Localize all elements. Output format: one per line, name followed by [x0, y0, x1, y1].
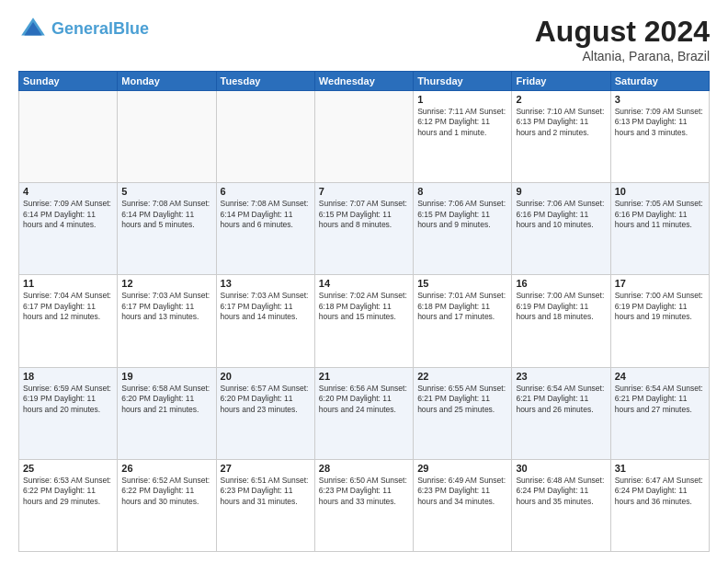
day-number: 21	[319, 371, 409, 382]
calendar-cell: 16Sunrise: 7:00 AM Sunset: 6:19 PM Dayli…	[512, 275, 610, 367]
calendar-cell: 15Sunrise: 7:01 AM Sunset: 6:18 PM Dayli…	[414, 275, 512, 367]
calendar-week-2: 4Sunrise: 7:09 AM Sunset: 6:14 PM Daylig…	[19, 183, 710, 275]
day-info: Sunrise: 6:59 AM Sunset: 6:19 PM Dayligh…	[23, 384, 113, 415]
logo-general: General	[51, 19, 113, 38]
calendar-cell: 3Sunrise: 7:09 AM Sunset: 6:13 PM Daylig…	[610, 91, 709, 183]
day-number: 25	[23, 463, 113, 474]
calendar-cell: 18Sunrise: 6:59 AM Sunset: 6:19 PM Dayli…	[19, 367, 118, 459]
day-number: 31	[615, 463, 705, 474]
day-number: 22	[417, 371, 507, 382]
calendar-cell: 20Sunrise: 6:57 AM Sunset: 6:20 PM Dayli…	[216, 367, 314, 459]
day-number: 3	[615, 94, 705, 105]
day-info: Sunrise: 6:54 AM Sunset: 6:21 PM Dayligh…	[615, 384, 705, 415]
calendar-cell: 17Sunrise: 7:00 AM Sunset: 6:19 PM Dayli…	[610, 275, 709, 367]
header: GeneralBlue August 2024 Altania, Parana,…	[18, 15, 710, 63]
calendar-cell: 25Sunrise: 6:53 AM Sunset: 6:22 PM Dayli…	[19, 459, 118, 551]
day-number: 4	[23, 186, 113, 197]
calendar-cell: 2Sunrise: 7:10 AM Sunset: 6:13 PM Daylig…	[512, 91, 610, 183]
calendar-cell: 4Sunrise: 7:09 AM Sunset: 6:14 PM Daylig…	[19, 183, 118, 275]
col-header-monday: Monday	[118, 72, 216, 91]
day-number: 12	[121, 278, 211, 289]
calendar-cell: 28Sunrise: 6:50 AM Sunset: 6:23 PM Dayli…	[314, 459, 413, 551]
day-number: 17	[615, 278, 705, 289]
day-number: 6	[221, 186, 311, 197]
calendar-cell: 1Sunrise: 7:11 AM Sunset: 6:12 PM Daylig…	[414, 91, 512, 183]
day-number: 28	[319, 463, 409, 474]
day-info: Sunrise: 6:49 AM Sunset: 6:23 PM Dayligh…	[417, 476, 507, 507]
day-number: 1	[417, 94, 507, 105]
day-number: 19	[121, 371, 211, 382]
day-info: Sunrise: 7:07 AM Sunset: 6:15 PM Dayligh…	[319, 199, 409, 230]
calendar-header-row: SundayMondayTuesdayWednesdayThursdayFrid…	[19, 72, 710, 91]
day-number: 27	[221, 463, 311, 474]
col-header-wednesday: Wednesday	[314, 72, 413, 91]
day-info: Sunrise: 7:00 AM Sunset: 6:19 PM Dayligh…	[615, 291, 705, 322]
day-info: Sunrise: 7:03 AM Sunset: 6:17 PM Dayligh…	[221, 291, 311, 322]
calendar-cell: 9Sunrise: 7:06 AM Sunset: 6:16 PM Daylig…	[512, 183, 610, 275]
day-info: Sunrise: 7:11 AM Sunset: 6:12 PM Dayligh…	[417, 107, 507, 138]
day-info: Sunrise: 6:51 AM Sunset: 6:23 PM Dayligh…	[221, 476, 311, 507]
day-number: 11	[23, 278, 113, 289]
calendar-cell	[19, 91, 118, 183]
day-info: Sunrise: 6:47 AM Sunset: 6:24 PM Dayligh…	[615, 476, 705, 507]
calendar-cell: 22Sunrise: 6:55 AM Sunset: 6:21 PM Dayli…	[414, 367, 512, 459]
day-number: 14	[319, 278, 409, 289]
day-info: Sunrise: 7:06 AM Sunset: 6:15 PM Dayligh…	[417, 199, 507, 230]
day-number: 16	[516, 278, 606, 289]
calendar-table: SundayMondayTuesdayWednesdayThursdayFrid…	[18, 71, 710, 552]
calendar-cell: 12Sunrise: 7:03 AM Sunset: 6:17 PM Dayli…	[118, 275, 216, 367]
col-header-friday: Friday	[512, 72, 610, 91]
day-info: Sunrise: 7:03 AM Sunset: 6:17 PM Dayligh…	[121, 291, 211, 322]
col-header-thursday: Thursday	[414, 72, 512, 91]
day-info: Sunrise: 6:50 AM Sunset: 6:23 PM Dayligh…	[319, 476, 409, 507]
calendar-week-4: 18Sunrise: 6:59 AM Sunset: 6:19 PM Dayli…	[19, 367, 710, 459]
day-info: Sunrise: 7:09 AM Sunset: 6:13 PM Dayligh…	[615, 107, 705, 138]
calendar-week-5: 25Sunrise: 6:53 AM Sunset: 6:22 PM Dayli…	[19, 459, 710, 551]
calendar-cell	[216, 91, 314, 183]
calendar-cell: 6Sunrise: 7:08 AM Sunset: 6:14 PM Daylig…	[216, 183, 314, 275]
logo: GeneralBlue	[18, 15, 149, 44]
calendar-cell: 27Sunrise: 6:51 AM Sunset: 6:23 PM Dayli…	[216, 459, 314, 551]
calendar-cell: 8Sunrise: 7:06 AM Sunset: 6:15 PM Daylig…	[414, 183, 512, 275]
calendar-cell: 26Sunrise: 6:52 AM Sunset: 6:22 PM Dayli…	[118, 459, 216, 551]
calendar-cell: 13Sunrise: 7:03 AM Sunset: 6:17 PM Dayli…	[216, 275, 314, 367]
day-number: 7	[319, 186, 409, 197]
calendar-cell: 23Sunrise: 6:54 AM Sunset: 6:21 PM Dayli…	[512, 367, 610, 459]
day-info: Sunrise: 7:04 AM Sunset: 6:17 PM Dayligh…	[23, 291, 113, 322]
page: GeneralBlue August 2024 Altania, Parana,…	[0, 0, 728, 563]
day-number: 13	[221, 278, 311, 289]
day-number: 15	[417, 278, 507, 289]
col-header-saturday: Saturday	[610, 72, 709, 91]
day-number: 2	[516, 94, 606, 105]
calendar-week-1: 1Sunrise: 7:11 AM Sunset: 6:12 PM Daylig…	[19, 91, 710, 183]
calendar-cell: 14Sunrise: 7:02 AM Sunset: 6:18 PM Dayli…	[314, 275, 413, 367]
calendar-cell	[118, 91, 216, 183]
title-block: August 2024 Altania, Parana, Brazil	[535, 15, 710, 63]
day-number: 26	[121, 463, 211, 474]
day-info: Sunrise: 6:56 AM Sunset: 6:20 PM Dayligh…	[319, 384, 409, 415]
day-info: Sunrise: 6:55 AM Sunset: 6:21 PM Dayligh…	[417, 384, 507, 415]
calendar-cell: 10Sunrise: 7:05 AM Sunset: 6:16 PM Dayli…	[610, 183, 709, 275]
day-info: Sunrise: 7:09 AM Sunset: 6:14 PM Dayligh…	[23, 199, 113, 230]
day-number: 18	[23, 371, 113, 382]
day-number: 29	[417, 463, 507, 474]
logo-text: GeneralBlue	[51, 20, 149, 39]
day-info: Sunrise: 6:48 AM Sunset: 6:24 PM Dayligh…	[516, 476, 606, 507]
calendar-cell	[314, 91, 413, 183]
day-info: Sunrise: 7:08 AM Sunset: 6:14 PM Dayligh…	[221, 199, 311, 230]
logo-icon	[18, 15, 48, 44]
day-info: Sunrise: 6:57 AM Sunset: 6:20 PM Dayligh…	[221, 384, 311, 415]
day-info: Sunrise: 7:10 AM Sunset: 6:13 PM Dayligh…	[516, 107, 606, 138]
day-info: Sunrise: 7:00 AM Sunset: 6:19 PM Dayligh…	[516, 291, 606, 322]
calendar-cell: 21Sunrise: 6:56 AM Sunset: 6:20 PM Dayli…	[314, 367, 413, 459]
day-number: 5	[121, 186, 211, 197]
month-year: August 2024	[535, 15, 710, 49]
day-info: Sunrise: 7:01 AM Sunset: 6:18 PM Dayligh…	[417, 291, 507, 322]
calendar-cell: 29Sunrise: 6:49 AM Sunset: 6:23 PM Dayli…	[414, 459, 512, 551]
calendar-week-3: 11Sunrise: 7:04 AM Sunset: 6:17 PM Dayli…	[19, 275, 710, 367]
calendar-cell: 7Sunrise: 7:07 AM Sunset: 6:15 PM Daylig…	[314, 183, 413, 275]
day-info: Sunrise: 6:58 AM Sunset: 6:20 PM Dayligh…	[121, 384, 211, 415]
day-number: 10	[615, 186, 705, 197]
day-info: Sunrise: 7:06 AM Sunset: 6:16 PM Dayligh…	[516, 199, 606, 230]
calendar-cell: 19Sunrise: 6:58 AM Sunset: 6:20 PM Dayli…	[118, 367, 216, 459]
